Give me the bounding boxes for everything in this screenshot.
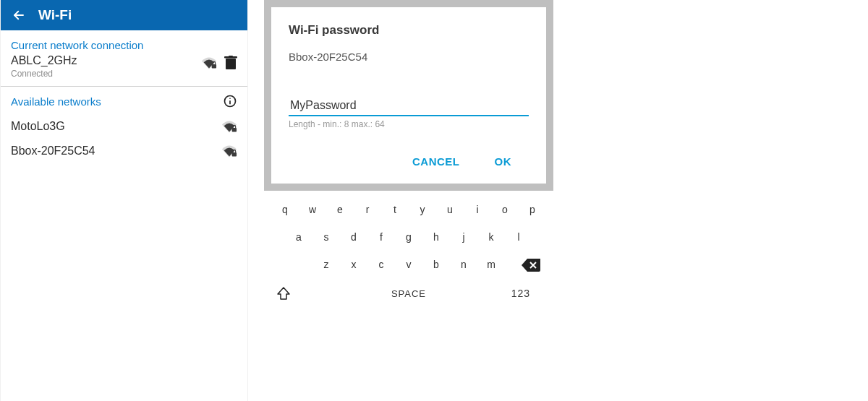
wifi-settings-panel: Wi-Fi Current network connection ABLC_2G… [0, 0, 248, 401]
wifi-secured-icon [221, 120, 237, 133]
key-g[interactable]: g [395, 231, 422, 243]
current-network-name: ABLC_2GHz [11, 54, 201, 67]
svg-rect-4 [229, 56, 233, 57]
available-section-header: Available networks [1, 87, 247, 114]
keyboard-row-4: SPACE 123 [270, 286, 548, 301]
keyboard-row-2: a s d f g h j k l [270, 231, 548, 243]
key-c[interactable]: c [367, 259, 395, 270]
svg-rect-9 [232, 152, 237, 156]
wifi-secured-icon [201, 56, 217, 69]
modal-backdrop: Wi-Fi password Bbox-20F25C54 Length - mi… [264, 0, 553, 191]
back-arrow-icon[interactable] [12, 9, 25, 22]
available-network-name: Bbox-20F25C54 [11, 145, 221, 158]
numeric-mode-key[interactable]: 123 [511, 288, 530, 299]
header-title: Wi-Fi [38, 7, 72, 23]
keyboard-row-1: q w e r t y u i o p [270, 204, 548, 215]
available-section-label: Available networks [11, 95, 223, 108]
wifi-password-dialog: Wi-Fi password Bbox-20F25C54 Length - mi… [271, 7, 546, 184]
key-k[interactable]: k [477, 231, 505, 243]
key-l[interactable]: l [505, 231, 532, 243]
wifi-secured-icon [221, 145, 237, 158]
key-t[interactable]: t [381, 204, 409, 215]
space-key[interactable]: SPACE [391, 288, 426, 299]
keyboard-row-3: z x c v b n m [270, 259, 548, 270]
key-v[interactable]: v [395, 259, 422, 270]
svg-rect-2 [226, 59, 236, 69]
password-input[interactable] [289, 98, 529, 116]
available-network-row[interactable]: Bbox-20F25C54 [1, 139, 247, 163]
key-j[interactable]: j [450, 231, 477, 243]
dialog-network-name: Bbox-20F25C54 [289, 51, 529, 63]
password-hint: Length - min.: 8 max.: 64 [289, 119, 529, 129]
key-y[interactable]: y [409, 204, 436, 215]
cancel-button[interactable]: CANCEL [412, 155, 460, 168]
svg-rect-1 [212, 64, 216, 68]
header-bar: Wi-Fi [1, 0, 247, 30]
current-network-status: Connected [11, 69, 201, 79]
available-network-name: MotoLo3G [11, 120, 221, 133]
onscreen-keyboard: q w e r t y u i o p a s d f g h j k l z … [264, 191, 553, 305]
key-m[interactable]: m [477, 259, 505, 270]
key-u[interactable]: u [436, 204, 464, 215]
key-p[interactable]: p [519, 204, 546, 215]
key-q[interactable]: q [271, 204, 299, 215]
key-x[interactable]: x [340, 259, 367, 270]
key-i[interactable]: i [464, 204, 491, 215]
ok-button[interactable]: OK [495, 155, 512, 168]
shift-icon[interactable] [277, 287, 290, 300]
key-b[interactable]: b [422, 259, 450, 270]
key-a[interactable]: a [285, 231, 312, 243]
backspace-icon[interactable] [522, 259, 540, 272]
key-h[interactable]: h [422, 231, 450, 243]
current-network-info: ABLC_2GHz Connected [11, 54, 201, 79]
svg-point-7 [229, 98, 231, 99]
key-n[interactable]: n [450, 259, 477, 270]
svg-rect-8 [232, 128, 237, 131]
dialog-title: Wi-Fi password [289, 23, 529, 38]
key-d[interactable]: d [340, 231, 367, 243]
current-network-row[interactable]: ABLC_2GHz Connected [1, 54, 247, 87]
key-o[interactable]: o [491, 204, 519, 215]
key-s[interactable]: s [312, 231, 340, 243]
info-icon[interactable] [223, 94, 237, 108]
delete-network-icon[interactable] [224, 56, 237, 70]
key-r[interactable]: r [354, 204, 381, 215]
key-e[interactable]: e [326, 204, 354, 215]
password-entry-panel: Wi-Fi password Bbox-20F25C54 Length - mi… [264, 0, 553, 401]
available-network-row[interactable]: MotoLo3G [1, 114, 247, 139]
key-z[interactable]: z [312, 259, 340, 270]
current-section-label: Current network connection [1, 30, 247, 54]
key-w[interactable]: w [299, 204, 326, 215]
key-f[interactable]: f [367, 231, 395, 243]
